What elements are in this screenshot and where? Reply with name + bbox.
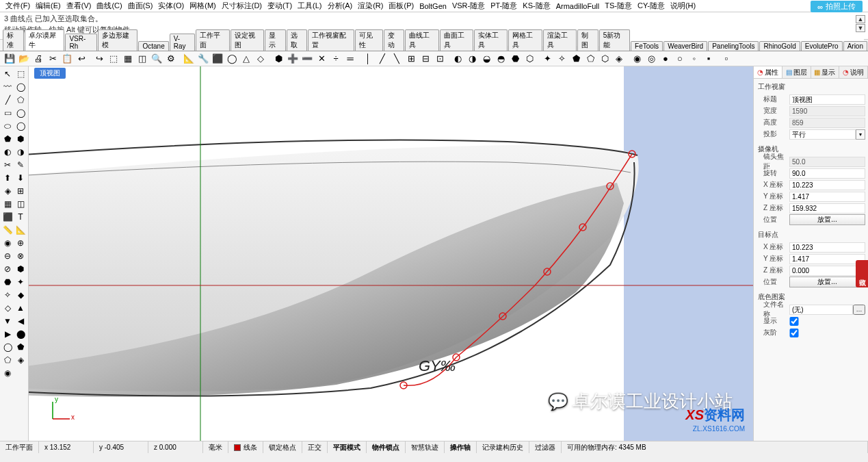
toolbar-tab[interactable]: EvolutePro [801,41,843,51]
prop-value[interactable]: 10.223 [789,242,865,253]
status-toggle[interactable]: 智慧轨迹 [406,441,445,453]
status-toggle[interactable]: 操作轴 [445,441,477,453]
tool-button[interactable]: ↖ [1,68,14,80]
tool-button[interactable]: ⬚ [14,68,27,80]
tool-button[interactable]: ⬤ [14,328,27,340]
prop-value[interactable]: 159.932 [789,203,865,214]
tool-button[interactable]: ⊗ [14,250,27,262]
tool-button[interactable]: ▲ [14,302,27,314]
toolbar-button[interactable]: ➖ [300,52,314,66]
tool-button[interactable]: ⬭ [1,120,14,132]
toolbar-button[interactable]: ⬚ [107,52,120,66]
prop-value[interactable]: (无) [789,305,853,315]
toolbar-button[interactable]: ◑ [465,52,479,66]
tool-button[interactable]: ▼ [1,315,14,327]
tool-button[interactable]: ◐ [1,146,14,158]
toolbar-tab[interactable]: WeaverBird [663,41,707,51]
toolbar-button[interactable]: ↩ [75,52,88,66]
tool-button[interactable]: ◯ [14,120,27,132]
toolbar-tab[interactable]: PanelingTools [708,41,759,51]
tool-button[interactable]: ▦ [1,198,14,210]
toolbar-tab[interactable]: 工作平面 [196,29,229,51]
menu-panel[interactable]: 面板(P) [386,0,417,12]
menu-solid[interactable]: 实体(O) [155,0,187,12]
tool-button[interactable]: ⊖ [1,250,14,262]
sb-cplane[interactable]: 工作平面 [0,441,39,453]
tool-button[interactable]: ✦ [14,276,27,288]
toolbar-button[interactable]: ➕ [286,52,300,66]
menu-view[interactable]: 查看(V) [64,0,94,12]
toolbar-button[interactable]: 🔧 [196,52,210,66]
toolbar-button[interactable]: ✧ [555,52,568,66]
tool-button[interactable]: ◫ [14,198,27,210]
toolbar-button[interactable]: ✂ [46,52,60,66]
menu-boltgen[interactable]: BoltGen [417,1,449,11]
toolbar-tab[interactable]: 实体工具 [474,29,508,51]
toolbar-button[interactable]: △ [239,52,253,66]
toolbar-tab[interactable]: 可见性 [355,29,382,51]
menu-help[interactable]: 说明(H) [668,0,698,12]
toolbar-button[interactable]: ◓ [494,52,508,66]
prop-value[interactable]: 平行 [789,129,856,140]
toolbar-button[interactable]: 📐 [182,52,196,66]
toolbar-tab[interactable]: 显示 [265,29,286,51]
prop-value[interactable]: 顶视图 [789,94,865,105]
tool-button[interactable]: ◉ [1,367,14,379]
tool-button[interactable]: ⬆ [1,172,14,184]
tool-button[interactable]: ◉ [1,237,14,249]
toolbar-tab[interactable]: 标准 [3,29,24,51]
tool-button[interactable]: ◈ [14,354,27,366]
toolbar-tab[interactable]: Octane [138,41,168,51]
toolbar-tab[interactable]: 变动 [384,29,405,51]
toolbar-button[interactable]: ╱ [376,52,389,66]
menu-vsr[interactable]: VSR-随意 [449,0,488,12]
toolbar-button[interactable]: 💾 [3,52,16,66]
toolbar-tab[interactable]: 多边形建模 [98,29,138,51]
toolbar-button[interactable]: 📂 [17,52,31,66]
tool-button[interactable]: ⬢ [14,133,27,145]
toolbar-button[interactable]: ◐ [451,52,464,66]
tool-button[interactable]: ◈ [1,185,14,197]
toolbar-button[interactable]: ◇ [254,52,267,66]
status-toggle[interactable]: 平面模式 [328,441,367,453]
toolbar-button[interactable]: ◒ [479,52,493,66]
prop-value[interactable]: 0.000 [789,266,865,276]
sb-layer[interactable]: 线条 [228,441,263,453]
menu-curve[interactable]: 曲线(C) [94,0,124,12]
command-scroll[interactable]: ▲▼ [856,15,865,32]
toolbar-button[interactable]: ⊞ [404,52,418,66]
toolbar-button[interactable]: ⬠ [583,52,597,66]
tool-button[interactable]: ◯ [1,341,14,353]
prop-checkbox[interactable] [789,317,799,326]
toolbar-tab[interactable]: 5新功能 [599,29,630,51]
toolbar-tab[interactable]: VSR-Rh [65,34,96,51]
status-toggle[interactable]: 过滤器 [529,441,562,453]
tool-button[interactable]: ⊘ [1,263,14,275]
toolbar-button[interactable]: ◈ [612,52,626,66]
menu-file[interactable]: 文件(F) [3,0,33,12]
status-toggle[interactable]: 正交 [302,441,328,453]
prop-button[interactable]: 放置... [789,214,865,225]
menu-tools[interactable]: 工具(L) [295,0,324,12]
tool-button[interactable]: 〰 [1,81,14,93]
toolbar-tab[interactable]: 曲线工具 [405,29,438,51]
toolbar-tab[interactable]: Arion [843,41,867,51]
tool-button[interactable]: ◇ [1,302,14,314]
toolbar-button[interactable]: ↪ [92,52,106,66]
toolbar-tab[interactable]: 曲面工具 [440,29,473,51]
tool-button[interactable]: ▶ [1,328,14,340]
toolbar-button[interactable]: ⊡ [433,52,447,66]
dropdown-icon[interactable]: ▾ [856,129,865,140]
toolbar-button[interactable]: ○ [673,52,687,66]
status-toggle[interactable]: 记录建构历史 [477,441,529,453]
toolbar-button[interactable]: ⚙ [164,52,178,66]
toolbar-button[interactable]: ⬛ [211,52,224,66]
tool-button[interactable]: ◯ [14,81,27,93]
toolbar-button[interactable]: ● [659,52,672,66]
toolbar-tab[interactable]: RhinoGold [759,41,800,51]
toolbar-button[interactable]: ◎ [644,52,658,66]
toolbar-tab[interactable]: 选取 [287,29,308,51]
tool-button[interactable]: ◯ [14,107,27,119]
toolbar-button[interactable]: ▫ [720,52,733,66]
toolbar-button[interactable]: 📋 [60,52,74,66]
